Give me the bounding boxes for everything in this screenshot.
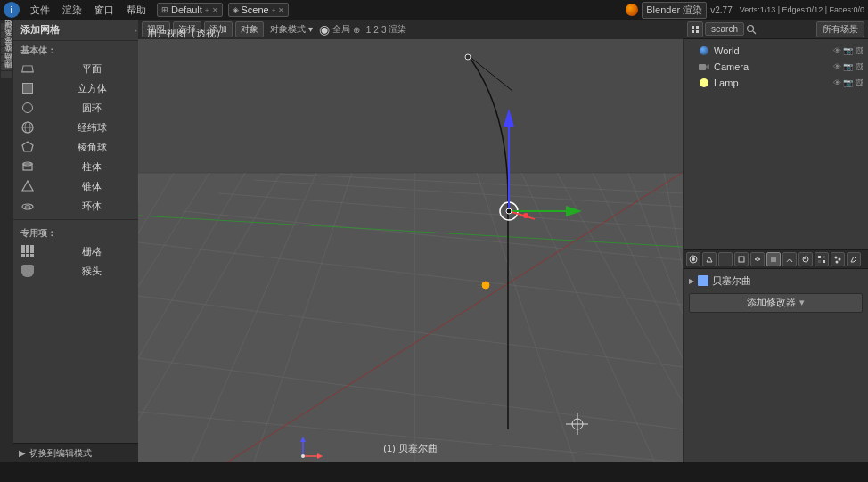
menu-window[interactable]: 窗口 <box>89 2 119 19</box>
prop-scene-btn[interactable] <box>702 252 717 266</box>
tab-transform[interactable]: 变换 <box>1 55 12 62</box>
torus-icon <box>20 199 35 213</box>
prop-constraints-btn[interactable] <box>750 252 765 266</box>
scene-selector[interactable]: ◈ Scene + ✕ <box>228 3 290 17</box>
viewport-mode-solid[interactable]: ◉ <box>319 22 330 37</box>
viewport-render[interactable]: 渲染 <box>389 23 406 36</box>
properties-content: ▶ 贝塞尔曲 添加修改器 ▾ <box>684 269 868 483</box>
viewport-label: 用户视图（透视） <box>147 27 225 40</box>
object-mode-selector[interactable]: 对象模式 ▾ <box>270 23 313 36</box>
viewport-shading-global[interactable]: 全局 <box>332 23 350 36</box>
scene-item-world[interactable]: World 👁 📷 🖼 <box>684 43 868 59</box>
plus-icon[interactable]: + <box>205 6 209 14</box>
world-hide-icon[interactable]: 👁 <box>833 46 841 55</box>
workspace-selector[interactable]: ⊞ Default + ✕ <box>157 3 223 17</box>
prop-render-btn[interactable] <box>686 252 700 266</box>
tab-tools[interactable]: 工具 <box>1 23 12 30</box>
viewport[interactable]: 视图 选择 添加 对象 对象模式 ▾ ◉ 全局 ⊕ 1 2 3 渲染 <box>138 20 683 462</box>
top-menu-bar: i 文件 渲染 窗口 帮助 ⊞ Default + ✕ ◈ Scene + ✕ … <box>0 0 868 20</box>
switch-mode-bar[interactable]: ▶ 切换到编辑模式 ··· <box>13 443 151 462</box>
cube-label: 立方体 <box>40 82 143 95</box>
viewport-layer-1[interactable]: 1 <box>366 25 372 35</box>
menu-file[interactable]: 文件 <box>25 2 55 19</box>
close-icon[interactable]: ✕ <box>212 6 218 14</box>
world-camera-icon[interactable]: 📷 <box>843 46 853 55</box>
viewport-pivot[interactable]: ⊕ <box>353 25 360 35</box>
tab-physics[interactable]: 物理 <box>1 71 12 78</box>
mesh-cube[interactable]: 立方体 <box>13 78 151 98</box>
mesh-cone[interactable]: 锥体 <box>13 176 151 196</box>
svg-point-61 <box>748 25 754 31</box>
mesh-monkey[interactable]: 猴头 <box>13 261 151 281</box>
lamp-camera-icon[interactable]: 📷 <box>843 78 853 87</box>
add-modifier-label: 添加修改器 <box>747 296 796 309</box>
prop-particles-btn[interactable] <box>831 252 845 266</box>
right-view-btn[interactable] <box>687 21 703 37</box>
special-section-label: 专用项： <box>13 224 151 241</box>
camera-hide-icon[interactable]: 👁 <box>833 62 841 71</box>
svg-marker-6 <box>22 181 33 191</box>
menu-render[interactable]: 渲染 <box>57 2 87 19</box>
prop-physics-btn[interactable] <box>847 252 861 266</box>
camera-render-icon[interactable]: 🖼 <box>855 62 863 71</box>
scene-plus-icon[interactable]: + <box>272 6 276 14</box>
svg-point-46 <box>523 213 528 218</box>
svg-line-62 <box>753 31 756 34</box>
viewport-layer-2[interactable]: 2 <box>373 25 379 35</box>
engine-dropdown[interactable]: Blender 渲染 <box>642 2 707 19</box>
viewport-layer-3[interactable]: 3 <box>381 25 387 35</box>
svg-rect-63 <box>699 64 706 70</box>
scene-item-camera[interactable]: Camera 👁 📷 🖼 <box>684 59 868 75</box>
object-label: (1) 贝塞尔曲 <box>383 442 438 455</box>
right-search-btn[interactable]: search <box>705 22 744 36</box>
tab-animation[interactable]: 动画 <box>1 63 12 70</box>
prop-texture-btn[interactable] <box>815 252 829 266</box>
viewport-object-menu[interactable]: 对象 <box>235 21 264 37</box>
lamp-render-icon[interactable]: 🖼 <box>855 78 863 87</box>
scene-item-lamp[interactable]: Lamp 👁 📷 🖼 <box>684 75 868 91</box>
mesh-torus[interactable]: 环体 <box>13 196 151 216</box>
lamp-hide-icon[interactable]: 👁 <box>833 78 841 87</box>
camera-camera-icon[interactable]: 📷 <box>843 62 853 71</box>
svg-point-47 <box>506 208 512 214</box>
monkey-label: 猴头 <box>40 265 143 278</box>
engine-selector: Blender 渲染 v2.77 Verts:1/13 | Edges:0/12… <box>626 2 864 19</box>
scene-close-icon[interactable]: ✕ <box>278 6 284 14</box>
mesh-plane[interactable]: 平面 <box>13 59 151 78</box>
world-label: World <box>714 45 830 56</box>
svg-point-68 <box>803 257 808 262</box>
tab-relations[interactable]: 关系 <box>1 39 12 46</box>
mesh-cylinder[interactable]: 柱体 <box>13 157 151 176</box>
prop-object-btn[interactable] <box>734 252 749 266</box>
menu-help[interactable]: 帮助 <box>121 2 151 19</box>
world-render-icon[interactable]: 🖼 <box>855 46 863 55</box>
svg-rect-71 <box>823 256 825 258</box>
svg-point-39 <box>482 282 489 289</box>
mesh-uvsphere[interactable]: 经纬球 <box>13 118 151 137</box>
scene-filter-btn[interactable]: 所有场景 <box>816 21 864 37</box>
torus-label: 环体 <box>40 200 143 213</box>
mesh-icosphere[interactable]: 棱角球 <box>13 137 151 157</box>
blender-logo: i <box>4 2 20 18</box>
add-modifier-btn[interactable]: 添加修改器 ▾ <box>689 293 863 313</box>
prop-material-btn[interactable] <box>798 252 813 266</box>
viewport-grid <box>138 20 683 462</box>
svg-point-66 <box>692 257 695 261</box>
world-item-icons: 👁 📷 🖼 <box>833 46 863 55</box>
mesh-grid[interactable]: 栅格 <box>13 241 151 261</box>
prop-data-btn[interactable] <box>782 252 797 266</box>
prop-world-btn[interactable] <box>718 252 733 266</box>
search-icon-container <box>746 24 757 35</box>
grid-label: 栅格 <box>40 245 143 258</box>
plane-label: 平面 <box>40 62 143 76</box>
tab-display[interactable]: 显示 <box>1 47 12 54</box>
bezier-curve-icon <box>698 275 708 286</box>
camera-label: Camera <box>714 61 830 72</box>
svg-rect-10 <box>138 39 683 173</box>
prop-modifiers-btn active[interactable] <box>766 252 781 266</box>
tab-create[interactable]: 创建 <box>1 31 12 38</box>
cone-icon <box>20 179 35 193</box>
lamp-label: Lamp <box>714 78 830 88</box>
mesh-circle[interactable]: 圆环 <box>13 98 151 118</box>
svg-point-75 <box>839 257 841 260</box>
